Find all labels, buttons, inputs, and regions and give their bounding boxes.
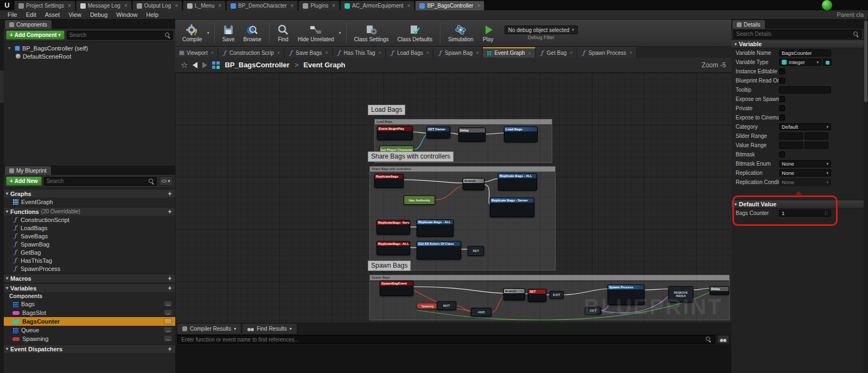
graph-tab-spawn-process[interactable]: ƒSpawn Process× [577, 47, 637, 58]
close-icon[interactable]: × [379, 50, 381, 55]
my-blueprint-search[interactable] [44, 177, 157, 186]
node-and[interactable]: AND [471, 308, 492, 317]
add-button[interactable]: + [167, 208, 173, 216]
window-tab-ac-armorequipment[interactable]: AC_ArmorEquipment× [340, 1, 414, 10]
close-icon[interactable]: × [426, 50, 429, 55]
section-variables[interactable]: ▾Variables+ [4, 283, 175, 292]
graph-tab-save-bags[interactable]: ƒSave Bags× [284, 47, 333, 58]
graph-tab-load-bags[interactable]: ƒLoad Bags× [386, 47, 433, 58]
menu-help[interactable]: Help [142, 11, 163, 18]
list-item-bagsslot[interactable]: BagsSlot [4, 308, 175, 317]
add-button[interactable]: + [167, 275, 173, 282]
save-button[interactable]: Save [219, 21, 239, 46]
tab-components[interactable]: Components [5, 20, 52, 29]
replication-conditio-dropdown[interactable]: None▾ [779, 179, 831, 186]
close-icon[interactable]: × [332, 3, 335, 9]
class-defaults-button[interactable]: Class Defaults [394, 21, 436, 46]
replication-dropdown[interactable]: None▾ [779, 169, 831, 176]
comment-label-load-bags[interactable]: Load Bags [368, 105, 405, 115]
play-button[interactable]: Play [478, 21, 498, 46]
node-event-beginplay[interactable]: Event BeginPlay [377, 126, 413, 140]
window-tab-output-log[interactable]: Output Log× [132, 1, 182, 10]
node-replicatebags[interactable]: ReplicateBags [374, 174, 404, 188]
add-button[interactable]: + [167, 285, 173, 292]
menu-edit[interactable]: Edit [22, 11, 41, 18]
bitmask-enum-dropdown[interactable]: None▾ [779, 160, 831, 167]
variable-type-dropdown[interactable]: Integer▾ [779, 59, 821, 66]
list-item-constructionscript[interactable]: ƒConstructionScript [4, 216, 175, 224]
list-item-spawning[interactable]: Spawning [4, 334, 175, 343]
add-component-button[interactable]: + Add Component ▾ [6, 30, 65, 40]
category-dropdown[interactable]: Default▾ [779, 123, 831, 130]
list-item-getbag[interactable]: ƒGetBag [4, 248, 175, 256]
hide-unrelated-button[interactable]: Hide Unrelated [294, 21, 338, 46]
list-item-eventgraph[interactable]: EventGraph [4, 198, 175, 206]
node-remove-index[interactable]: REMOVE INDEX [668, 286, 693, 302]
find-button[interactable]: Find [273, 21, 293, 46]
close-icon[interactable]: × [68, 3, 71, 9]
graph-tab-construction-scrip[interactable]: ƒConstruction Scrip× [218, 47, 284, 58]
blueprint-read-only-checkbox[interactable] [779, 78, 785, 84]
close-icon[interactable]: × [211, 50, 214, 55]
add-new-button[interactable]: + Add New [6, 176, 42, 186]
slider-range-min-input[interactable] [779, 132, 803, 140]
tab-find-results[interactable]: Find Results ▾ [242, 323, 297, 334]
value-range-max-input[interactable] [805, 142, 828, 149]
instance-editable-checkbox[interactable] [779, 68, 785, 74]
window-tab-project-settings[interactable]: Project Settings× [14, 1, 75, 10]
bitmask-checkbox[interactable] [779, 151, 785, 157]
components-search[interactable] [67, 31, 173, 40]
hide-unrelated-caret[interactable]: ▾ [338, 30, 342, 35]
breadcrumb-root[interactable]: BP_BagsController [225, 61, 289, 69]
node-get-all-actors-of-class[interactable]: Get All Actors Of Class [417, 241, 461, 260]
graph-canvas[interactable]: BLUEPRINT Load BagsLoad BagsEvent BeginP… [175, 73, 731, 323]
menu-asset[interactable]: Asset [41, 11, 65, 18]
node-set[interactable]: SET [468, 246, 484, 256]
menu-view[interactable]: View [64, 11, 86, 18]
graph-tab-spawn-bag[interactable]: ƒSpawn Bag× [433, 47, 483, 58]
list-item-loadbags[interactable]: ƒLoadBags [4, 224, 175, 232]
details-search-input[interactable] [736, 31, 852, 37]
details-search[interactable] [733, 30, 861, 39]
graph-tab-has-this-tag[interactable]: ƒHas This Tag× [333, 47, 386, 58]
tooltip-input[interactable] [779, 86, 831, 93]
tab-compiler-results[interactable]: Compiler Results ▾ [177, 323, 241, 334]
comment-label-spawn-bags[interactable]: Spawn Bags [368, 261, 411, 271]
scrollbar-thumb[interactable] [864, 21, 867, 102]
favorite-star-icon[interactable]: ☆ [181, 60, 188, 70]
node-delay[interactable]: Delay [458, 128, 486, 142]
section-macros[interactable]: ▾Macros+ [4, 274, 175, 282]
graph-tab-event-graph[interactable]: Event Graph× [483, 47, 535, 58]
value-grip-icon[interactable] [825, 211, 828, 216]
node-spawning[interactable]: Spawning [417, 303, 438, 309]
add-button[interactable]: + [167, 190, 173, 198]
close-icon[interactable]: × [476, 50, 478, 55]
node-branch[interactable]: Branch [503, 288, 525, 300]
close-icon[interactable]: × [291, 3, 294, 9]
tab-details[interactable]: Details [732, 20, 765, 29]
node-get[interactable]: GET [585, 307, 601, 314]
menu-debug[interactable]: Debug [86, 11, 112, 18]
list-item-bagscounter[interactable]: BagsCounter [4, 317, 175, 326]
debug-object-dropdown[interactable]: No debug object selected ▾ [505, 26, 578, 34]
close-icon[interactable]: × [528, 50, 531, 56]
menu-file[interactable]: File [3, 11, 22, 18]
list-item-spawnprocess[interactable]: ƒSpawnProcess [4, 264, 175, 273]
expose-to-cinematic-checkbox[interactable] [779, 115, 785, 121]
breadcrumb-current[interactable]: Event Graph [303, 61, 345, 69]
private-checkbox[interactable] [779, 105, 785, 111]
node-exit[interactable]: EXIT [550, 291, 564, 299]
node-has-authority[interactable]: Has Authority [404, 195, 435, 205]
add-button[interactable]: + [167, 345, 173, 353]
node-replicate-bags-all[interactable]: Replicate Bags - ALL [498, 173, 537, 191]
my-blueprint-search-input[interactable] [47, 178, 147, 184]
list-item-savebags[interactable]: ƒSaveBags [4, 232, 175, 240]
tree-item-bp-bagscontroller-self[interactable]: ▾BP_BagsController (self) [4, 44, 175, 52]
node-spawnbagevent[interactable]: SpawnBagEvent [380, 281, 413, 296]
find-in-blueprints-button[interactable] [717, 335, 729, 344]
section-event-dispatchers[interactable]: ▾Event Dispatchers+ [4, 344, 175, 353]
list-item-hasthistag[interactable]: ƒHasThisTag [4, 256, 175, 264]
node-branch[interactable]: Branch [463, 178, 484, 190]
node-set-owner[interactable]: SET Owner [426, 127, 450, 138]
close-icon[interactable]: × [175, 3, 178, 9]
